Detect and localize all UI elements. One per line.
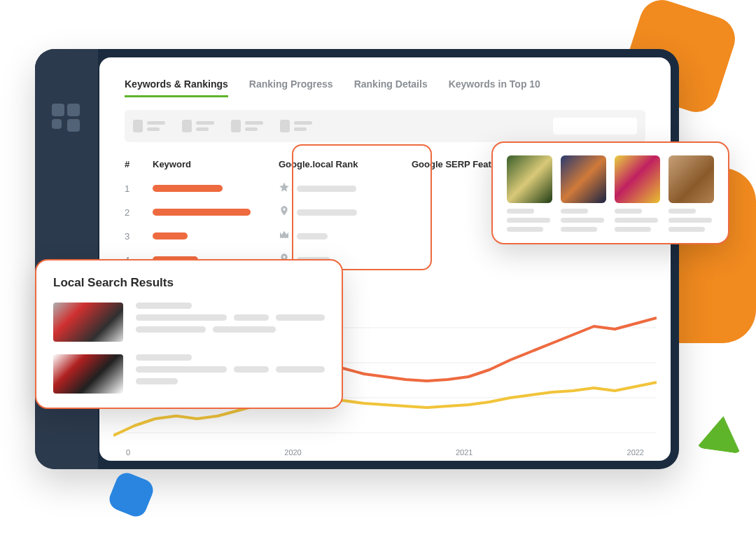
filter-pill[interactable] [280,120,312,132]
local-result[interactable] [53,303,325,342]
xaxis-tick: 0 [126,448,130,457]
local-thumb [53,354,123,394]
decor-blob-green [696,413,746,454]
tab-keywords-top10[interactable]: Keywords in Top 10 [449,78,540,97]
chart-x-axis: 0 2020 2021 2022 [113,448,657,457]
dashboard-icon[interactable] [52,104,80,132]
serp-thumb [615,155,660,203]
serp-result[interactable] [561,155,606,232]
serp-result[interactable] [507,155,552,232]
filter-pill[interactable] [231,120,263,132]
row-number: 1 [125,183,153,194]
rank-value [297,233,328,239]
xaxis-tick: 2020 [284,448,301,457]
row-number: 3 [125,231,153,242]
filter-action-button[interactable] [553,118,637,134]
serp-thumb [668,155,714,203]
serp-result[interactable] [615,155,660,232]
col-number: # [125,159,153,169]
serp-thumb [561,155,606,203]
filter-pill[interactable] [182,120,214,132]
tab-ranking-progress[interactable]: Ranking Progress [249,78,333,97]
tab-ranking-details[interactable]: Ranking Details [354,78,428,97]
xaxis-tick: 2021 [456,448,472,457]
serp-thumb [507,155,552,203]
keyword-bar [153,185,223,192]
local-result[interactable] [53,354,325,394]
row-number: 2 [125,207,153,218]
serp-features-card [491,141,729,244]
col-local-rank: Google.local Rank [279,159,412,169]
rank-value [297,186,356,192]
xaxis-tick: 2022 [627,448,644,457]
local-search-card: Local Search Results [35,259,343,409]
tabs: Keywords & Rankings Ranking Progress Ran… [125,78,645,97]
pin-icon [279,205,290,219]
col-keyword: Keyword [153,159,279,169]
keyword-bar [153,209,251,216]
rank-value [297,209,357,216]
local-search-title: Local Search Results [53,276,325,290]
decor-blob-blue [106,470,157,520]
local-thumb [53,303,123,342]
tab-keywords-rankings[interactable]: Keywords & Rankings [125,78,228,97]
filter-bar [125,110,645,142]
serp-result[interactable] [668,155,714,232]
crown-icon [279,229,290,243]
filter-pill[interactable] [133,120,165,132]
star-icon [279,181,290,195]
keyword-bar [153,232,188,239]
